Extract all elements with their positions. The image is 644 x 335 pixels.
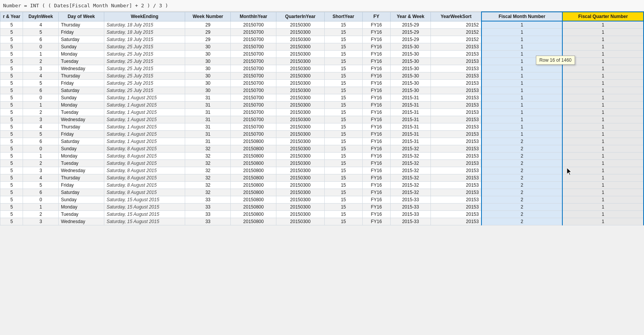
cell-monthinyear: 20150800: [231, 174, 276, 182]
cell-quarterinyear: 20150300: [276, 167, 325, 174]
cell-yearweekstr: 2015-30: [390, 51, 431, 58]
cell-shortyear: 15: [324, 123, 362, 131]
cell-weeknumber: 33: [185, 196, 231, 204]
table-row[interactable]: 53WednesdaySaturday, 8 August 2015322015…: [0, 167, 644, 174]
cell-fiscalmonth: 2: [481, 145, 562, 153]
cell-dayofweek: Saturday: [58, 138, 104, 145]
cell-dayofweek: Friday: [58, 182, 104, 189]
cell-yearweeksort: 20153: [431, 218, 481, 225]
cell-quarterinyear: 20150300: [276, 160, 325, 167]
table-row[interactable]: 56SaturdaySaturday, 1 August 20153120150…: [0, 138, 644, 145]
table-row[interactable]: 54ThursdaySaturday, 25 July 201530201507…: [0, 72, 644, 80]
table-row[interactable]: 51MondaySaturday, 8 August 2015322015080…: [0, 153, 644, 160]
cell-fiscalquarter: 1: [562, 116, 644, 123]
cell-monthinyear: 20150700: [231, 65, 276, 72]
cell-yearweeksort: 20153: [431, 145, 481, 153]
cell-quarterinyear: 20150300: [276, 116, 325, 123]
cell-weeknumber: 32: [185, 160, 231, 167]
table-row[interactable]: 50SundaySaturday, 25 July 20153020150700…: [0, 43, 644, 51]
cell-weeknumber: 32: [185, 153, 231, 160]
cell-yearweekstr: 2015-32: [390, 182, 431, 189]
cell-dayofweek: Saturday: [58, 36, 104, 43]
table-row[interactable]: 50SundaySaturday, 8 August 2015322015080…: [0, 145, 644, 153]
cell-quarterinyear: 20150300: [276, 174, 325, 182]
table-row[interactable]: 56SaturdaySaturday, 25 July 201530201507…: [0, 87, 644, 94]
cell-yearweek: 5: [0, 80, 23, 87]
cell-weekending: Saturday, 25 July 2015: [104, 72, 185, 80]
cell-fy: FY16: [362, 21, 390, 29]
cell-fiscalquarter: 1: [562, 72, 644, 80]
cell-yearweek: 5: [0, 167, 23, 174]
cell-shortyear: 15: [324, 153, 362, 160]
cell-fy: FY16: [362, 174, 390, 182]
cell-yearweek: 5: [0, 123, 23, 131]
cell-quarterinyear: 20150300: [276, 80, 325, 87]
cell-monthinyear: 20150800: [231, 138, 276, 145]
col-header-yearweek: r & Year: [0, 12, 23, 21]
table-row[interactable]: 54ThursdaySaturday, 18 July 201529201507…: [0, 21, 644, 29]
cell-weeknumber: 31: [185, 131, 231, 138]
cell-shortyear: 15: [324, 72, 362, 80]
cell-fy: FY16: [362, 58, 390, 65]
cell-yearweeksort: 20153: [431, 167, 481, 174]
cell-monthinyear: 20150800: [231, 189, 276, 196]
cell-weeknumber: 31: [185, 94, 231, 102]
cell-shortyear: 15: [324, 109, 362, 116]
cell-yearweekstr: 2015-31: [390, 116, 431, 123]
cell-quarterinyear: 20150300: [276, 182, 325, 189]
table-row[interactable]: 50SundaySaturday, 1 August 2015312015070…: [0, 94, 644, 102]
cell-fiscalquarter: 1: [562, 218, 644, 225]
table-row[interactable]: 50SundaySaturday, 15 August 201533201508…: [0, 196, 644, 204]
cell-monthinyear: 20150700: [231, 102, 276, 109]
table-row[interactable]: 52TuesdaySaturday, 15 August 20153320150…: [0, 211, 644, 218]
cell-fy: FY16: [362, 65, 390, 72]
table-row[interactable]: 53WednesdaySaturday, 25 July 20153020150…: [0, 65, 644, 72]
table-row[interactable]: 51MondaySaturday, 15 August 201533201508…: [0, 204, 644, 211]
table-row[interactable]: 53WednesdaySaturday, 1 August 2015312015…: [0, 116, 644, 123]
cell-yearweeksort: 20153: [431, 80, 481, 87]
cell-dayinweek: 1: [23, 51, 59, 58]
cell-fiscalmonth: 1: [481, 36, 562, 43]
col-header-dayofweek: Day of Week: [58, 12, 104, 21]
cell-weekending: Saturday, 25 July 2015: [104, 65, 185, 72]
formula-bar: Number = INT ( ( Dates[Fiscal Month Numb…: [0, 0, 644, 11]
cell-quarterinyear: 20150300: [276, 21, 325, 29]
cell-yearweek: 5: [0, 116, 23, 123]
cell-yearweek: 5: [0, 94, 23, 102]
table-row[interactable]: 55FridaySaturday, 25 July 20153020150700…: [0, 80, 644, 87]
cell-shortyear: 15: [324, 58, 362, 65]
table-row[interactable]: 55FridaySaturday, 18 July 20152920150700…: [0, 29, 644, 36]
cell-weekending: Saturday, 25 July 2015: [104, 51, 185, 58]
cell-yearweek: 5: [0, 145, 23, 153]
cell-dayinweek: 0: [23, 196, 59, 204]
table-row[interactable]: 56SaturdaySaturday, 18 July 201529201507…: [0, 36, 644, 43]
table-row[interactable]: 52TuesdaySaturday, 1 August 201531201507…: [0, 109, 644, 116]
table-row[interactable]: 51MondaySaturday, 1 August 2015312015070…: [0, 102, 644, 109]
cell-dayinweek: 1: [23, 102, 59, 109]
cell-shortyear: 15: [324, 94, 362, 102]
cell-yearweek: 5: [0, 204, 23, 211]
cell-dayinweek: 6: [23, 138, 59, 145]
cell-fiscalmonth: 1: [481, 72, 562, 80]
cell-dayofweek: Wednesday: [58, 218, 104, 225]
table-row[interactable]: 54ThursdaySaturday, 1 August 20153120150…: [0, 123, 644, 131]
cell-yearweek: 5: [0, 43, 23, 51]
cell-yearweekstr: 2015-32: [390, 167, 431, 174]
cell-yearweekstr: 2015-33: [390, 196, 431, 204]
cell-shortyear: 15: [324, 145, 362, 153]
table-row[interactable]: 55FridaySaturday, 1 August 2015312015070…: [0, 131, 644, 138]
table-row[interactable]: 55FridaySaturday, 8 August 2015322015080…: [0, 182, 644, 189]
cell-fy: FY16: [362, 189, 390, 196]
table-row[interactable]: 52TuesdaySaturday, 8 August 201532201508…: [0, 160, 644, 167]
cell-weekending: Saturday, 1 August 2015: [104, 102, 185, 109]
table-row[interactable]: 54ThursdaySaturday, 8 August 20153220150…: [0, 174, 644, 182]
cell-dayinweek: 6: [23, 189, 59, 196]
cell-yearweekstr: 2015-30: [390, 80, 431, 87]
cell-monthinyear: 20150700: [231, 51, 276, 58]
cell-weekending: Saturday, 1 August 2015: [104, 94, 185, 102]
cell-yearweekstr: 2015-31: [390, 138, 431, 145]
table-row[interactable]: 56SaturdaySaturday, 8 August 20153220150…: [0, 189, 644, 196]
table-row[interactable]: 53WednesdaySaturday, 15 August 201533201…: [0, 218, 644, 225]
cell-yearweeksort: 20153: [431, 174, 481, 182]
cell-dayofweek: Wednesday: [58, 167, 104, 174]
